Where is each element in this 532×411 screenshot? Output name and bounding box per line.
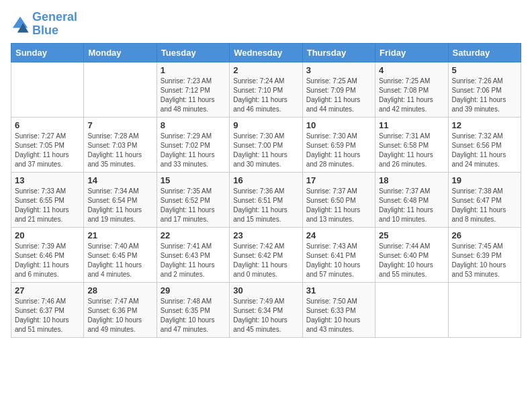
calendar-cell: 22Sunrise: 7:41 AM Sunset: 6:43 PM Dayli… <box>157 227 229 282</box>
day-info: Sunrise: 7:33 AM Sunset: 6:55 PM Dayligh… <box>15 187 80 224</box>
calendar-cell: 17Sunrise: 7:37 AM Sunset: 6:50 PM Dayli… <box>302 172 375 227</box>
calendar-cell: 20Sunrise: 7:39 AM Sunset: 6:46 PM Dayli… <box>11 227 84 282</box>
day-number: 20 <box>15 230 80 240</box>
calendar-cell: 12Sunrise: 7:32 AM Sunset: 6:56 PM Dayli… <box>448 117 521 172</box>
day-info: Sunrise: 7:34 AM Sunset: 6:54 PM Dayligh… <box>87 187 152 224</box>
day-number: 18 <box>379 175 444 185</box>
calendar-cell <box>448 282 521 337</box>
day-info: Sunrise: 7:39 AM Sunset: 6:46 PM Dayligh… <box>15 242 80 279</box>
calendar-week-row: 6Sunrise: 7:27 AM Sunset: 7:05 PM Daylig… <box>11 117 521 172</box>
calendar-cell: 9Sunrise: 7:30 AM Sunset: 7:00 PM Daylig… <box>230 117 302 172</box>
calendar-cell: 11Sunrise: 7:31 AM Sunset: 6:58 PM Dayli… <box>375 117 448 172</box>
calendar-week-row: 20Sunrise: 7:39 AM Sunset: 6:46 PM Dayli… <box>11 227 521 282</box>
day-info: Sunrise: 7:32 AM Sunset: 6:56 PM Dayligh… <box>452 132 517 169</box>
day-info: Sunrise: 7:37 AM Sunset: 6:50 PM Dayligh… <box>306 187 371 224</box>
day-info: Sunrise: 7:47 AM Sunset: 6:36 PM Dayligh… <box>87 297 152 334</box>
day-info: Sunrise: 7:44 AM Sunset: 6:40 PM Dayligh… <box>379 242 444 279</box>
calendar-cell: 27Sunrise: 7:46 AM Sunset: 6:37 PM Dayli… <box>11 282 84 337</box>
calendar-day-header: Thursday <box>302 43 375 62</box>
svg-marker-0 <box>13 17 28 28</box>
day-info: Sunrise: 7:45 AM Sunset: 6:39 PM Dayligh… <box>452 242 517 279</box>
day-number: 6 <box>15 120 80 130</box>
calendar-week-row: 13Sunrise: 7:33 AM Sunset: 6:55 PM Dayli… <box>11 172 521 227</box>
calendar-cell: 24Sunrise: 7:43 AM Sunset: 6:41 PM Dayli… <box>302 227 375 282</box>
calendar-cell: 31Sunrise: 7:50 AM Sunset: 6:33 PM Dayli… <box>302 282 375 337</box>
page-header: General Blue <box>11 11 521 38</box>
day-number: 7 <box>87 120 152 130</box>
day-number: 26 <box>452 230 517 240</box>
day-number: 3 <box>306 65 371 75</box>
day-info: Sunrise: 7:36 AM Sunset: 6:51 PM Dayligh… <box>233 187 298 224</box>
day-info: Sunrise: 7:27 AM Sunset: 7:05 PM Dayligh… <box>15 132 80 169</box>
day-info: Sunrise: 7:25 AM Sunset: 7:09 PM Dayligh… <box>306 77 371 114</box>
day-number: 29 <box>161 285 226 295</box>
calendar-cell: 13Sunrise: 7:33 AM Sunset: 6:55 PM Dayli… <box>11 172 84 227</box>
day-number: 11 <box>379 120 444 130</box>
calendar-cell: 19Sunrise: 7:38 AM Sunset: 6:47 PM Dayli… <box>448 172 521 227</box>
calendar-cell: 30Sunrise: 7:49 AM Sunset: 6:34 PM Dayli… <box>230 282 302 337</box>
day-number: 19 <box>452 175 517 185</box>
day-info: Sunrise: 7:43 AM Sunset: 6:41 PM Dayligh… <box>306 242 371 279</box>
day-number: 27 <box>15 285 80 295</box>
calendar-day-header: Saturday <box>448 43 521 62</box>
day-info: Sunrise: 7:41 AM Sunset: 6:43 PM Dayligh… <box>161 242 226 279</box>
calendar-cell: 21Sunrise: 7:40 AM Sunset: 6:45 PM Dayli… <box>84 227 157 282</box>
calendar-cell: 8Sunrise: 7:29 AM Sunset: 7:02 PM Daylig… <box>157 117 229 172</box>
day-info: Sunrise: 7:29 AM Sunset: 7:02 PM Dayligh… <box>161 132 226 169</box>
day-number: 14 <box>87 175 152 185</box>
day-info: Sunrise: 7:31 AM Sunset: 6:58 PM Dayligh… <box>379 132 444 169</box>
logo-icon <box>11 15 30 34</box>
calendar-day-header: Tuesday <box>157 43 229 62</box>
day-number: 21 <box>87 230 152 240</box>
calendar-day-header: Sunday <box>11 43 84 62</box>
calendar-body: 1Sunrise: 7:23 AM Sunset: 7:12 PM Daylig… <box>11 62 521 337</box>
day-number: 12 <box>452 120 517 130</box>
calendar-week-row: 27Sunrise: 7:46 AM Sunset: 6:37 PM Dayli… <box>11 282 521 337</box>
calendar-cell: 16Sunrise: 7:36 AM Sunset: 6:51 PM Dayli… <box>230 172 302 227</box>
calendar-cell: 7Sunrise: 7:28 AM Sunset: 7:03 PM Daylig… <box>84 117 157 172</box>
day-info: Sunrise: 7:23 AM Sunset: 7:12 PM Dayligh… <box>161 77 226 114</box>
day-info: Sunrise: 7:48 AM Sunset: 6:35 PM Dayligh… <box>161 297 226 334</box>
calendar-cell: 6Sunrise: 7:27 AM Sunset: 7:05 PM Daylig… <box>11 117 84 172</box>
calendar-cell: 29Sunrise: 7:48 AM Sunset: 6:35 PM Dayli… <box>157 282 229 337</box>
day-number: 13 <box>15 175 80 185</box>
calendar-day-header: Friday <box>375 43 448 62</box>
logo: General Blue <box>11 11 77 38</box>
day-info: Sunrise: 7:50 AM Sunset: 6:33 PM Dayligh… <box>306 297 371 334</box>
day-info: Sunrise: 7:25 AM Sunset: 7:08 PM Dayligh… <box>379 77 444 114</box>
calendar-cell: 25Sunrise: 7:44 AM Sunset: 6:40 PM Dayli… <box>375 227 448 282</box>
calendar-day-header: Wednesday <box>230 43 302 62</box>
day-info: Sunrise: 7:46 AM Sunset: 6:37 PM Dayligh… <box>15 297 80 334</box>
day-number: 25 <box>379 230 444 240</box>
day-number: 17 <box>306 175 371 185</box>
day-info: Sunrise: 7:35 AM Sunset: 6:52 PM Dayligh… <box>161 187 226 224</box>
calendar-day-header: Monday <box>84 43 157 62</box>
calendar-cell <box>11 62 84 117</box>
day-number: 1 <box>161 65 226 75</box>
day-number: 10 <box>306 120 371 130</box>
day-number: 8 <box>161 120 226 130</box>
calendar-cell: 2Sunrise: 7:24 AM Sunset: 7:10 PM Daylig… <box>230 62 302 117</box>
calendar-cell <box>375 282 448 337</box>
day-number: 22 <box>161 230 226 240</box>
day-info: Sunrise: 7:24 AM Sunset: 7:10 PM Dayligh… <box>233 77 298 114</box>
day-number: 16 <box>233 175 298 185</box>
calendar-cell: 3Sunrise: 7:25 AM Sunset: 7:09 PM Daylig… <box>302 62 375 117</box>
day-info: Sunrise: 7:28 AM Sunset: 7:03 PM Dayligh… <box>87 132 152 169</box>
calendar-cell: 28Sunrise: 7:47 AM Sunset: 6:36 PM Dayli… <box>84 282 157 337</box>
calendar-table: SundayMondayTuesdayWednesdayThursdayFrid… <box>11 43 521 338</box>
day-number: 4 <box>379 65 444 75</box>
calendar-cell: 5Sunrise: 7:26 AM Sunset: 7:06 PM Daylig… <box>448 62 521 117</box>
day-number: 28 <box>87 285 152 295</box>
calendar-cell: 1Sunrise: 7:23 AM Sunset: 7:12 PM Daylig… <box>157 62 229 117</box>
day-number: 23 <box>233 230 298 240</box>
day-number: 15 <box>161 175 226 185</box>
day-info: Sunrise: 7:42 AM Sunset: 6:42 PM Dayligh… <box>233 242 298 279</box>
calendar-cell: 14Sunrise: 7:34 AM Sunset: 6:54 PM Dayli… <box>84 172 157 227</box>
day-info: Sunrise: 7:38 AM Sunset: 6:47 PM Dayligh… <box>452 187 517 224</box>
calendar-week-row: 1Sunrise: 7:23 AM Sunset: 7:12 PM Daylig… <box>11 62 521 117</box>
day-info: Sunrise: 7:49 AM Sunset: 6:34 PM Dayligh… <box>233 297 298 334</box>
day-number: 31 <box>306 285 371 295</box>
day-number: 30 <box>233 285 298 295</box>
day-number: 2 <box>233 65 298 75</box>
